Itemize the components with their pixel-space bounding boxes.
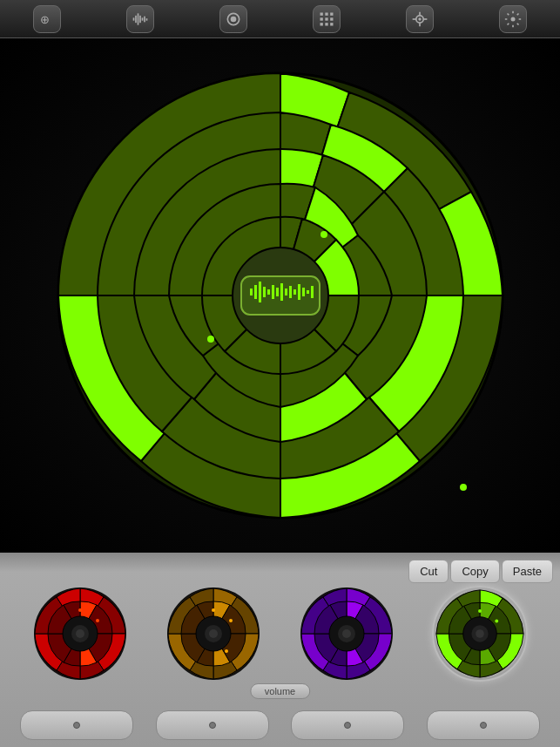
top-bar: ⊕ [0,0,560,38]
waveform-icon[interactable] [126,5,154,33]
bottom-btn-1-dot [73,722,80,729]
svg-point-46 [320,231,327,238]
svg-rect-3 [137,13,138,24]
svg-point-72 [496,620,499,623]
bottom-btn-3-dot [344,722,351,729]
svg-rect-40 [293,289,296,295]
svg-rect-34 [267,289,270,295]
svg-rect-31 [254,285,257,299]
svg-rect-1 [132,17,134,20]
paste-button[interactable]: Paste [502,560,553,583]
svg-rect-14 [325,17,327,20]
record-icon[interactable] [219,5,247,33]
bottom-btn-4-dot [480,722,487,729]
svg-text:⊕: ⊕ [39,13,49,26]
svg-rect-38 [285,289,287,295]
bottom-panel: Cut Copy Paste [0,553,560,747]
svg-point-55 [96,619,99,622]
svg-rect-33 [263,287,266,297]
svg-rect-15 [330,17,333,20]
svg-rect-5 [141,17,143,20]
svg-rect-42 [302,288,305,296]
svg-rect-4 [139,15,141,22]
context-menu: Cut Copy Paste [408,560,553,583]
svg-rect-11 [325,12,327,15]
svg-rect-18 [330,23,333,25]
svg-point-54 [78,608,82,612]
bottom-btn-1[interactable] [20,710,133,740]
bottom-btn-2-dot [209,722,216,729]
svg-point-60 [212,608,215,612]
svg-point-71 [478,609,482,613]
main-wheel[interactable] [54,69,507,522]
svg-point-47 [390,388,397,395]
bottom-buttons-row [0,710,560,740]
svg-point-45 [207,336,214,343]
svg-rect-16 [320,23,323,25]
red-wheel[interactable] [32,586,128,682]
green-wheel[interactable] [432,586,528,682]
svg-rect-30 [250,289,253,295]
svg-rect-35 [272,285,274,299]
svg-rect-12 [330,12,333,15]
bottom-btn-3[interactable] [291,710,404,740]
svg-rect-37 [280,283,283,301]
svg-point-48 [286,431,293,438]
svg-rect-32 [259,282,261,302]
svg-point-59 [209,629,218,638]
main-area [0,38,560,553]
brown-wheel[interactable] [165,586,261,682]
svg-point-66 [342,629,351,638]
svg-point-70 [476,629,485,638]
svg-rect-7 [145,18,147,21]
svg-rect-2 [135,15,137,22]
bottom-btn-2[interactable] [156,710,269,740]
loop-icon[interactable]: ⊕ [33,5,61,33]
volume-label: volume [250,683,310,699]
svg-point-20 [419,17,422,20]
svg-point-62 [225,649,228,653]
svg-rect-13 [320,17,323,20]
copy-button[interactable]: Copy [450,560,499,583]
svg-rect-41 [298,284,300,300]
cut-button[interactable]: Cut [408,560,449,583]
svg-rect-36 [276,288,279,296]
svg-rect-39 [289,286,292,298]
svg-rect-10 [320,12,323,15]
svg-point-25 [511,17,516,21]
grid-icon[interactable] [313,5,341,33]
gear-icon[interactable] [499,5,527,33]
svg-point-53 [76,629,84,638]
svg-rect-44 [311,286,314,298]
svg-rect-43 [307,290,309,294]
svg-point-61 [229,619,233,622]
purple-wheel[interactable] [299,586,395,682]
svg-rect-17 [325,23,327,25]
svg-point-49 [460,484,467,491]
settings-small-icon[interactable] [406,5,434,33]
bottom-btn-4[interactable] [427,710,540,740]
svg-point-9 [231,16,237,22]
svg-rect-6 [144,16,145,22]
